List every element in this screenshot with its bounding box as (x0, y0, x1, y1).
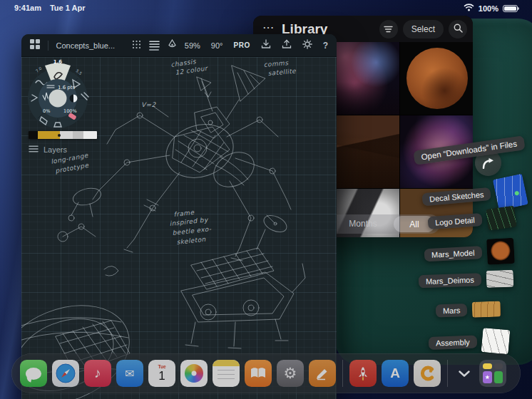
filter-lines-icon (384, 23, 393, 36)
drag-item-label: Mars (436, 304, 468, 318)
filter-button[interactable] (379, 20, 398, 38)
chevron-down-icon (459, 370, 470, 377)
select-button[interactable]: Select (403, 20, 444, 38)
gear-icon[interactable] (302, 39, 312, 52)
swatch-white[interactable] (83, 131, 97, 139)
rotation-angle[interactable]: 90° (211, 41, 223, 50)
draw-app-icon[interactable] (309, 360, 336, 387)
drag-thumbnail-blueprint (493, 174, 528, 211)
selected-swatch-dot (58, 134, 61, 137)
rocket-icon (355, 366, 371, 381)
selected-underline (149, 49, 159, 51)
annotation-satellite: satellite (267, 68, 297, 77)
nib-icon[interactable] (168, 39, 177, 52)
dock: ♪ ✉ Tue 1 ⚙ (11, 353, 521, 393)
annotation-frame: frame (173, 209, 195, 218)
wifi-icon (464, 4, 474, 13)
rocket-app-icon[interactable] (349, 360, 377, 387)
mail-app-icon[interactable]: ✉ (116, 360, 143, 387)
photo-thumbnail-mars-globe[interactable] (400, 42, 473, 115)
gallery-grid-icon[interactable] (30, 39, 40, 52)
document-title[interactable]: Concepts_blue... (56, 41, 115, 50)
drag-item-label: Assembly (429, 336, 477, 350)
swatch-black[interactable] (29, 131, 38, 139)
drag-thumbnail-deimos (486, 270, 513, 288)
mini-app-star-icon: ★ (483, 371, 492, 383)
drag-thumbnail-logo (486, 205, 517, 230)
battery-icon (503, 5, 518, 12)
settings-app-icon[interactable]: ⚙ (277, 360, 304, 387)
color-palette-bar[interactable] (29, 131, 97, 139)
photos-flower-icon (185, 364, 203, 383)
list-lines-icon[interactable] (149, 41, 160, 51)
app-library-icon[interactable]: ★ (479, 360, 506, 387)
concepts-c-icon (416, 363, 438, 384)
help-button[interactable]: ? (323, 41, 328, 51)
opacity-max-label: 100% (63, 108, 77, 114)
import-icon[interactable] (261, 39, 271, 52)
dots-grid-icon[interactable] (132, 39, 141, 52)
drawing-canvas[interactable]: chassis 12 colour comms satellite V=2 lo… (21, 57, 337, 399)
concepts-toolbar[interactable]: Concepts_blue... 59% 90° PRO (21, 34, 337, 57)
dock-divider (447, 360, 448, 387)
active-size-badge: 1.6 (53, 59, 63, 65)
layers-control[interactable]: Layers (29, 145, 67, 154)
dock-dismiss-button[interactable] (454, 360, 474, 387)
books-app-icon[interactable] (245, 360, 272, 387)
search-button[interactable] (449, 20, 467, 38)
mars-sphere (406, 48, 468, 109)
drag-thumbnail-mars-sketch (472, 301, 501, 317)
stroke-size-label[interactable]: 1.6 pts (58, 85, 76, 90)
envelope-icon: ✉ (125, 367, 134, 380)
swatch-gray[interactable] (73, 131, 83, 139)
ring-size-2: 5.5 (75, 68, 83, 76)
drag-thumbnail-assembly (481, 328, 510, 354)
safari-compass-icon (55, 363, 76, 384)
annotation-beetle: beetle exo- (172, 225, 212, 237)
color-well[interactable] (49, 90, 67, 108)
mini-app-icon (494, 363, 503, 369)
battery-percent: 100% (479, 4, 498, 13)
calendar-app-icon[interactable]: Tue 1 (148, 360, 175, 387)
opacity-min-label: 0% (43, 108, 50, 114)
drag-item-assembly[interactable]: Assembly (428, 328, 509, 356)
annotation-skeleton: skeleton (176, 236, 206, 246)
pen-icon (314, 366, 330, 381)
annotation-comms: comms (263, 59, 289, 68)
annotation-v2: V=2 (141, 101, 156, 108)
concepts-app-icon[interactable] (414, 360, 441, 387)
drag-item-label: Mars_Deimos (419, 273, 481, 288)
notes-app-icon[interactable] (213, 360, 240, 387)
drag-item-label: Mars_Model (424, 246, 482, 261)
search-icon (454, 23, 463, 36)
drag-item-mars-deimos[interactable]: Mars_Deimos (419, 270, 514, 291)
gear-icon: ⚙ (284, 365, 297, 382)
photo-thumbnail-nebula[interactable] (327, 42, 399, 115)
export-icon[interactable] (282, 39, 292, 52)
photo-thumbnail-mars-hills[interactable] (327, 115, 399, 188)
layers-label: Layers (44, 145, 67, 154)
messages-bubble-icon (26, 368, 41, 380)
music-note-icon: ♪ (94, 366, 101, 381)
messages-app-icon[interactable] (20, 360, 47, 387)
layers-icon (29, 145, 39, 154)
swatch-light-gray[interactable] (60, 131, 73, 139)
mini-app-icon (494, 371, 503, 383)
appstore-app-icon[interactable]: A (382, 360, 409, 387)
clock: 9:41am (14, 4, 41, 12)
ipad-screen: 9:41am Tue 1 Apr 100% ··· Library (0, 0, 532, 399)
drag-item-mars-model[interactable]: Mars_Model (424, 238, 514, 269)
more-icon[interactable]: ··· (263, 22, 275, 33)
ring-size-1: 7.0 (35, 66, 43, 73)
drag-item-label: Decal Sketches (421, 187, 491, 206)
music-app-icon[interactable]: ♪ (84, 360, 111, 387)
drag-item-mars[interactable]: Mars (436, 301, 501, 318)
appstore-a-icon: A (390, 366, 400, 381)
safari-app-icon[interactable] (52, 360, 79, 387)
swatch-gold-selected[interactable] (38, 131, 60, 139)
open-book-icon (250, 367, 266, 380)
zoom-level[interactable]: 59% (185, 41, 200, 50)
segment-months[interactable]: Months (342, 219, 384, 229)
photos-app-icon[interactable] (180, 360, 208, 387)
pro-badge[interactable]: PRO (233, 41, 250, 49)
